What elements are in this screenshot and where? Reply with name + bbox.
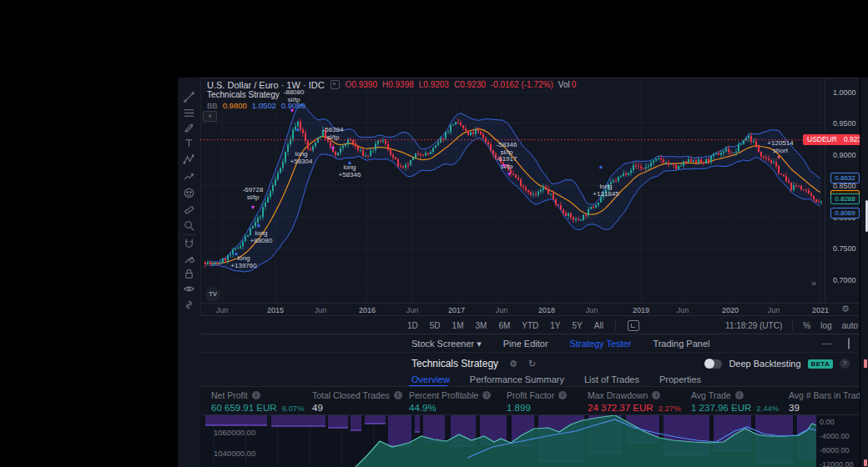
trade-marker[interactable]: -56384 sl/tp: [323, 127, 344, 141]
price-tick: 0.9500: [833, 119, 856, 128]
drawdown-axis-label: 0.00: [820, 418, 835, 426]
panel-tab-stock-screener[interactable]: Stock Screener ▾: [411, 339, 482, 349]
trade-marker[interactable]: +120514 short: [767, 140, 793, 154]
ohlc-l: L0.9203: [419, 80, 449, 89]
equity-axis-label: 1040000.00: [214, 449, 255, 458]
bb-value-2: 1.0502: [252, 101, 276, 110]
timeframe-5d[interactable]: 5D: [430, 321, 441, 330]
right-panel-sliver: [860, 78, 868, 467]
deep-backtesting-control: Deep Backtesting BETA ?: [704, 359, 850, 369]
trade-marker[interactable]: -88080 sl/tp: [284, 89, 305, 103]
tradingview-logo[interactable]: TV: [205, 287, 220, 302]
scale-collapse-icon[interactable]: »: [811, 278, 816, 288]
strategy-title: Technicals Strategy: [411, 358, 498, 369]
price-level-tag: 0.8288: [830, 193, 860, 204]
exit-arrow-icon: ▼: [502, 163, 507, 168]
exit-arrow-icon: ▼: [776, 154, 782, 160]
minimize-panel-icon[interactable]: —: [822, 339, 831, 348]
drawdown-axis-label: -4000.00: [820, 432, 850, 440]
trend-line-icon[interactable]: [182, 90, 196, 104]
trade-marker[interactable]: long +88080: [250, 230, 273, 244]
hide-drawings-icon[interactable]: [182, 282, 196, 296]
legend-collapse-button[interactable]: ∧: [203, 111, 217, 122]
equity-chart-pane[interactable]: 1060000.001040000.000.00-4000.00-8000.00…: [200, 415, 868, 467]
strategy-refresh-icon[interactable]: ↻: [528, 359, 536, 369]
info-icon[interactable]: i: [652, 391, 660, 399]
brush-icon[interactable]: [182, 121, 196, 135]
link-icon[interactable]: [182, 298, 196, 312]
go-to-date-icon[interactable]: [628, 320, 639, 331]
trade-marker[interactable]: long +58304: [290, 151, 313, 165]
equity-curve-chart: [200, 415, 818, 467]
symbol-row: U.S. Dollar / Euro · 1W · IDC O0.9390H0.…: [207, 79, 576, 90]
panel-tab-strategy-tester[interactable]: Strategy Tester: [570, 339, 632, 349]
toolbar-separator: [182, 234, 196, 235]
divider: [792, 320, 793, 330]
strategy-settings-gear-icon[interactable]: ⚙: [509, 359, 517, 369]
exit-arrow-icon: ▼: [290, 108, 295, 113]
tabs-divider: [200, 352, 868, 353]
scale-mode-log[interactable]: log: [820, 321, 831, 330]
info-icon[interactable]: i: [735, 391, 744, 399]
info-icon[interactable]: i: [558, 391, 567, 399]
maximize-panel-icon[interactable]: [848, 339, 850, 349]
instrument-flag-icon[interactable]: [331, 80, 340, 89]
equity-axis-label: 1060000.00: [214, 428, 255, 437]
emoji-icon[interactable]: [182, 186, 196, 200]
time-tick: 2016: [359, 306, 376, 314]
time-tick: Jun: [315, 306, 327, 314]
timeframe-1y[interactable]: 1Y: [550, 321, 560, 330]
trade-marker[interactable]: long +58346: [339, 164, 361, 178]
measure-icon[interactable]: [182, 203, 196, 217]
entry-arrow-icon: ▲: [256, 222, 262, 228]
timeframe-6m[interactable]: 6M: [498, 321, 510, 330]
zoom-icon[interactable]: [182, 218, 196, 233]
timeframe-5y[interactable]: 5Y: [573, 321, 583, 330]
strategy-legend[interactable]: Technicals Strategy: [207, 90, 280, 99]
timeframe-ytd[interactable]: YTD: [522, 321, 538, 330]
screen: U.S. Dollar / Euro · 1W · IDC O0.9390H0.…: [0, 0, 868, 467]
time-tick: 2021: [812, 306, 829, 314]
subtab-list-of-trades[interactable]: List of Trades: [584, 374, 639, 386]
metric-percent-profitable: Percent Profitablei44.9%: [409, 390, 491, 413]
fib-retracement-icon[interactable]: [182, 106, 196, 120]
info-icon[interactable]: i: [252, 391, 260, 399]
forecast-icon[interactable]: [182, 169, 196, 183]
subtab-properties[interactable]: Properties: [659, 374, 701, 386]
panel-tab-trading-panel[interactable]: Trading Panel: [653, 339, 709, 349]
exit-arrow-icon: ▼: [507, 171, 512, 177]
info-icon[interactable]: i: [394, 391, 402, 399]
symbol-title[interactable]: U.S. Dollar / Euro · 1W · IDC: [207, 80, 325, 90]
text-icon[interactable]: [182, 136, 196, 150]
trade-marker[interactable]: long +121845: [593, 183, 618, 198]
timeframe-1d[interactable]: 1D: [407, 321, 418, 330]
help-icon[interactable]: ?: [840, 359, 850, 369]
xabcd-pattern-icon[interactable]: [182, 153, 196, 167]
price-tick: 0.7500: [833, 244, 856, 253]
scale-mode-auto[interactable]: auto: [842, 321, 858, 330]
draw-lock-icon[interactable]: [182, 252, 196, 266]
magnet-icon[interactable]: [182, 236, 196, 250]
ohlc-values: O0.9390H0.9398L0.9203C0.9230-0.0162 (-1.…: [346, 80, 577, 89]
price-tick: 0.9000: [833, 151, 856, 159]
info-icon[interactable]: i: [482, 391, 491, 399]
metrics-row: Net Profiti60 659.91 EUR6.07%Total Close…: [200, 387, 868, 415]
panel-tab-pine-editor[interactable]: Pine Editor: [503, 339, 548, 349]
bb-label: BB: [207, 101, 218, 110]
subtab-overview[interactable]: Overview: [411, 374, 450, 386]
time-axis[interactable]: Jun2015Jun2016Jun2017Jun2018Jun2019Jun20…: [200, 303, 860, 316]
trade-marker[interactable]: long +139760: [230, 255, 256, 269]
deep-backtesting-toggle[interactable]: [704, 359, 722, 369]
timeframe-3m[interactable]: 3M: [476, 321, 487, 330]
timeframe-1m[interactable]: 1M: [452, 321, 464, 330]
main-price-chart[interactable]: [200, 78, 860, 303]
trade-marker[interactable]: -69728 sl/tp: [243, 187, 264, 201]
clock[interactable]: 11:18:29 (UTC): [725, 321, 782, 330]
subtab-performance-summary[interactable]: Performance Summary: [470, 374, 564, 386]
timeframe-all[interactable]: All: [594, 321, 603, 330]
axis-settings-gear-icon[interactable]: ⚙: [841, 304, 850, 314]
scale-mode-%[interactable]: %: [803, 321, 810, 330]
entry-arrow-icon: ▲: [347, 159, 353, 165]
deep-backtesting-label: Deep Backtesting: [729, 359, 800, 369]
lock-icon[interactable]: [182, 267, 196, 281]
